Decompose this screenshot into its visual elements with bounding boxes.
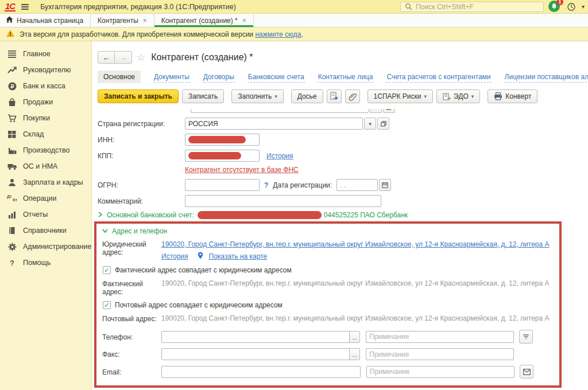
sidebar-item-spravochniki[interactable]: Справочники xyxy=(0,223,91,239)
fact-address-checkbox[interactable]: ✓ xyxy=(103,266,111,274)
document-export-button[interactable] xyxy=(327,89,342,103)
spark-risks-button[interactable]: 1СПАРК Риски▾ xyxy=(368,89,434,103)
forward-button[interactable]: → xyxy=(115,51,132,64)
dossier-button[interactable]: Досье xyxy=(291,89,323,103)
save-close-button[interactable]: Записать и закрыть xyxy=(98,89,179,103)
email-input[interactable] xyxy=(165,368,357,376)
notifications-button[interactable]: 1 xyxy=(548,1,561,13)
main-menu-icon[interactable] xyxy=(20,3,30,11)
ogrn-help-link[interactable]: ? xyxy=(264,181,268,189)
global-search[interactable] xyxy=(400,2,544,12)
tab-home[interactable]: Начальная страница xyxy=(0,14,91,27)
buy-link[interactable]: нажмите сюда xyxy=(255,30,301,38)
sidebar-item-bank-kassa[interactable]: ₽ Банк и касса xyxy=(0,78,91,94)
tab-kontragent-create[interactable]: Контрагент (создание) * × xyxy=(154,14,254,27)
country-field[interactable]: РОССИЯ xyxy=(185,118,363,130)
address-highlight-box: Адрес и телефон Юридический адрес: 19002… xyxy=(94,221,562,388)
titlebar-menu-caret-icon[interactable]: ▾ xyxy=(582,3,585,10)
sidebar-item-otchety[interactable]: Отчеты xyxy=(0,206,91,223)
form-tab-dokumenty[interactable]: Документы xyxy=(153,72,190,83)
email-note-field[interactable] xyxy=(366,366,514,378)
fax-row: Факс: ... xyxy=(102,348,555,360)
legal-address-row: Юридический адрес: 190020, Город Санкт-П… xyxy=(102,240,555,261)
sidebar-item-proizvodstvo[interactable]: Производство xyxy=(0,142,91,158)
phone-actions-button[interactable] xyxy=(519,330,533,344)
kpp-history-link[interactable]: История xyxy=(266,152,293,160)
form-tab-scheta-raschetov[interactable]: Счета расчетов с контрагентами xyxy=(386,72,491,83)
developer-warning-bar: Эта версия для разработчиков. Для приобр… xyxy=(0,28,588,41)
sidebar-item-sklad[interactable]: Склад xyxy=(0,126,91,142)
phone-note-input[interactable] xyxy=(369,333,510,341)
sidebar-item-os-nma[interactable]: ОС и НМА xyxy=(0,158,91,174)
sidebar-item-zarplata-kadry[interactable]: Зарплата и кадры xyxy=(0,174,91,190)
calendar-icon[interactable] xyxy=(379,179,391,191)
back-button[interactable]: ← xyxy=(98,51,115,64)
bank-account-row[interactable]: Основной банковский счет: 044525225 ПАО … xyxy=(98,211,588,219)
comment-field[interactable] xyxy=(185,195,381,207)
fns-warning-link[interactable]: Контрагент отсутствует в базе ФНС xyxy=(185,166,299,174)
ogrn-input[interactable] xyxy=(188,181,256,189)
fax-input[interactable] xyxy=(165,350,346,358)
email-field[interactable] xyxy=(161,366,361,378)
tab-kontragenty[interactable]: Контрагенты × xyxy=(91,14,154,27)
legal-address-link[interactable]: 190020, Город Санкт-Петербург, вн.тер.г.… xyxy=(161,240,550,248)
address-section-header[interactable]: Адрес и телефон xyxy=(102,227,555,235)
address-history-link[interactable]: История xyxy=(161,252,188,260)
favorite-star-icon[interactable]: ☆ xyxy=(137,52,145,64)
close-icon[interactable]: × xyxy=(143,17,147,25)
form-tab-licenzii[interactable]: Лицензии поставщиков алкогольной продукц… xyxy=(504,72,588,83)
tab-label: Контрагент (создание) * xyxy=(161,17,238,25)
phone-field[interactable] xyxy=(161,331,350,343)
email-note-input[interactable] xyxy=(370,368,511,376)
title-bar: 1С Бухгалтерия предприятия, редакция 3.0… xyxy=(0,0,588,14)
save-button[interactable]: Записать xyxy=(182,89,224,103)
search-input[interactable] xyxy=(416,3,541,11)
legal-address-label: Юридический адрес: xyxy=(102,240,161,256)
form-tab-osnovnoe[interactable]: Основное xyxy=(98,71,141,83)
phone-note-field[interactable] xyxy=(366,331,514,343)
sidebar-item-label: Банк и касса xyxy=(23,82,65,90)
form-tab-bankovskie-scheta[interactable]: Банковские счета xyxy=(247,72,305,83)
comment-label: Комментарий: xyxy=(98,197,185,205)
sidebar-item-operacii[interactable]: ДтКт Операции xyxy=(0,190,91,206)
clipped-field[interactable] xyxy=(191,109,369,113)
inn-field[interactable] xyxy=(185,134,260,146)
sidebar-item-pomosch[interactable]: ? Помощь xyxy=(0,255,91,271)
kpp-field[interactable] xyxy=(185,150,260,162)
clipped-field-row: ▾ xyxy=(98,109,588,114)
post-address-checkbox[interactable]: ✓ xyxy=(103,301,111,309)
warning-text: Эта версия для разработчиков. Для приобр… xyxy=(20,30,303,38)
comment-input[interactable] xyxy=(188,197,378,205)
form-tab-dogovory[interactable]: Договоры xyxy=(203,72,235,83)
fax-note-input[interactable] xyxy=(369,350,510,358)
sidebar-item-glavnoe[interactable]: Главное xyxy=(0,46,91,62)
country-value: РОССИЯ xyxy=(188,120,218,128)
form-tab-kontaktnye-lica[interactable]: Контактные лица xyxy=(318,72,374,83)
phone-more-button[interactable]: ... xyxy=(349,331,360,343)
history-icon[interactable] xyxy=(566,1,577,13)
open-icon[interactable] xyxy=(377,118,389,130)
attachment-button[interactable] xyxy=(345,89,360,103)
phone-input[interactable] xyxy=(165,333,346,341)
caret-down-icon: ▾ xyxy=(471,93,474,99)
show-on-map-link[interactable]: Показать на карте xyxy=(209,252,268,260)
fact-address-row: Фактический адрес: 190020, Город Санкт-П… xyxy=(102,279,555,296)
caret-down-icon[interactable]: ▾ xyxy=(370,109,382,113)
fax-more-button[interactable]: ... xyxy=(349,348,360,360)
envelope-print-button[interactable]: Конверт xyxy=(488,89,537,103)
sidebar-item-prodazhi[interactable]: Продажи xyxy=(0,94,91,110)
sidebar-item-pokupki[interactable]: Покупки xyxy=(0,110,91,126)
fax-note-field[interactable] xyxy=(366,348,514,360)
edo-button[interactable]: ЭДО▾ xyxy=(436,89,480,103)
fax-field[interactable] xyxy=(161,348,350,360)
close-icon[interactable]: × xyxy=(242,17,246,25)
ogrn-field[interactable] xyxy=(185,179,260,191)
caret-down-icon[interactable]: ▾ xyxy=(364,118,376,130)
reg-date-field[interactable]: . . xyxy=(336,179,378,191)
spark-label: 1СПАРК Риски xyxy=(374,92,421,100)
sidebar-item-administrirovanie[interactable]: Администрирование xyxy=(0,239,91,255)
email-send-button[interactable] xyxy=(520,365,533,379)
sidebar-item-rukovoditelyu[interactable]: Руководителю xyxy=(0,62,91,78)
open-icon[interactable] xyxy=(383,109,395,113)
fill-button[interactable]: Заполнить▾ xyxy=(231,89,283,103)
